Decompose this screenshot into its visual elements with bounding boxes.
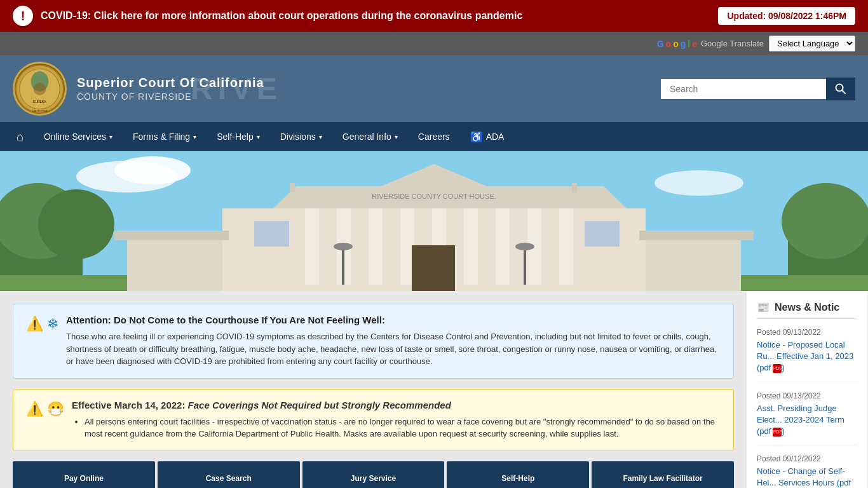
alert-title: Attention: Do Not Come to the Courthouse…: [66, 315, 721, 325]
nav-item-careers[interactable]: Careers: [408, 122, 460, 151]
svg-point-14: [38, 189, 114, 259]
search-icon: [835, 83, 846, 95]
language-select[interactable]: Select Language Spanish Chinese Vietname…: [769, 36, 855, 51]
news-date-2: Posted 09/12/2022: [757, 454, 857, 463]
search-button[interactable]: [826, 78, 855, 100]
svg-rect-34: [290, 183, 295, 193]
nav-item-self-help[interactable]: Self-Help ▾: [207, 122, 270, 151]
exclamation-icon: ⚠️: [26, 401, 43, 417]
chevron-down-icon: ▾: [109, 133, 112, 140]
quick-link-case-search[interactable]: Case Search: [158, 461, 300, 489]
alert-content: Attention: Do Not Come to the Courthouse…: [66, 315, 721, 368]
news-sidebar: 📰 News & Notic Posted 09/13/2022 Notice …: [747, 291, 867, 488]
hero-image: RIVERSIDE COUNTY COURT HOUSE.: [0, 151, 868, 291]
svg-point-4: [34, 83, 46, 95]
mask-icon: 😷: [47, 401, 64, 417]
quick-links-row: Pay Online Case Search Jury Service Self…: [13, 461, 734, 489]
court-seal: EUREKA CALIFORNIA: [13, 62, 67, 116]
quick-link-pay-online[interactable]: Pay Online: [13, 461, 155, 489]
nav-home[interactable]: ⌂: [6, 122, 34, 151]
svg-rect-39: [639, 231, 754, 240]
svg-line-7: [843, 90, 846, 93]
chevron-down-icon: ▾: [319, 133, 322, 140]
svg-rect-32: [585, 221, 620, 247]
svg-rect-37: [114, 231, 229, 240]
nav-item-online-services[interactable]: Online Services ▾: [34, 122, 123, 151]
svg-point-10: [114, 156, 191, 184]
svg-rect-30: [412, 245, 455, 291]
svg-rect-21: [305, 208, 319, 285]
alert-body: Those who are feeling ill or experiencin…: [66, 330, 721, 368]
news-item-1: Posted 09/13/2022 Asst. Presiding Judge …: [757, 391, 857, 446]
chevron-down-icon: ▾: [193, 133, 196, 140]
face-covering-title: Effective March 14, 2022: Face Coverings…: [72, 400, 721, 410]
accessibility-icon: ♿: [470, 131, 483, 143]
face-covering-list: All persons entering court facilities - …: [72, 416, 721, 440]
news-link-0[interactable]: Notice - Proposed Local Ru... Effective …: [757, 340, 853, 372]
virus-icon: ❄: [47, 316, 58, 332]
news-item-0: Posted 09/13/2022 Notice - Proposed Loca…: [757, 328, 857, 383]
svg-point-43: [515, 243, 534, 250]
face-covering-content: Effective March 14, 2022: Face Coverings…: [72, 400, 721, 440]
svg-rect-23: [369, 208, 383, 285]
nav-item-general-info[interactable]: General Info ▾: [332, 122, 408, 151]
nav-item-forms-filing[interactable]: Forms & Filing ▾: [123, 122, 207, 151]
quick-link-family-law[interactable]: Family Law Facilitator: [592, 461, 734, 489]
nav-bar: ⌂ Online Services ▾ Forms & Filing ▾ Sel…: [0, 122, 868, 151]
face-covering-box: ⚠️ 😷 Effective March 14, 2022: Face Cove…: [13, 389, 734, 451]
face-covering-icons: ⚠️ 😷: [26, 401, 64, 417]
header-logo-area: EUREKA CALIFORNIA Superior Court of Cali…: [13, 62, 648, 116]
chevron-down-icon: ▾: [257, 133, 260, 140]
svg-text:RIVERSIDE COUNTY COURT HOUSE.: RIVERSIDE COUNTY COURT HOUSE.: [372, 193, 496, 200]
svg-rect-36: [127, 234, 222, 291]
chevron-down-icon: ▾: [395, 133, 398, 140]
covid-alert-box: ⚠️ ❄ Attention: Do Not Come to the Court…: [13, 304, 734, 379]
sidebar-title: 📰 News & Notic: [757, 301, 857, 319]
pdf-icon: PDF: [773, 364, 782, 373]
top-bar: Google Google Translate Select Language …: [0, 32, 868, 55]
svg-point-41: [334, 243, 353, 250]
covid-banner-text: COVID-19: Click here for more informatio…: [41, 10, 710, 22]
google-translate-label: Google Translate: [701, 39, 764, 48]
google-translate-widget: Google Google Translate: [657, 39, 764, 49]
pdf-icon: PDF: [773, 428, 782, 437]
warning-icon: !: [13, 6, 33, 26]
news-item-2: Posted 09/12/2022 Notice - Change of Sel…: [757, 454, 857, 488]
alert-icons: ⚠️ ❄: [26, 316, 58, 332]
face-covering-bullet: All persons entering court facilities - …: [85, 416, 721, 440]
news-date-1: Posted 09/13/2022: [757, 391, 857, 400]
news-link-2[interactable]: Notice - Change of Self-Hel... Services …: [757, 466, 851, 488]
quick-link-jury-service[interactable]: Jury Service: [302, 461, 445, 489]
quick-link-self-help[interactable]: Self-Help: [447, 461, 589, 489]
svg-rect-38: [646, 234, 741, 291]
svg-rect-29: [559, 208, 573, 285]
newspaper-icon: 📰: [757, 301, 770, 313]
main-content: ⚠️ ❄ Attention: Do Not Come to the Court…: [0, 291, 868, 488]
news-link-1[interactable]: Asst. Presiding Judge Elect... 2023-2024…: [757, 403, 844, 436]
header-watermark: RIVERSIDE COUNTY CO: [191, 55, 283, 122]
news-date-0: Posted 09/13/2022: [757, 328, 857, 337]
svg-text:EUREKA: EUREKA: [33, 100, 46, 103]
covid-banner[interactable]: ! COVID-19: Click here for more informat…: [0, 0, 868, 32]
svg-rect-26: [464, 208, 478, 285]
search-input[interactable]: [661, 79, 826, 99]
svg-rect-27: [496, 208, 510, 285]
nav-item-ada[interactable]: ♿ ADA: [460, 122, 515, 151]
nav-item-divisions[interactable]: Divisions ▾: [270, 122, 332, 151]
courthouse-illustration: RIVERSIDE COUNTY COURT HOUSE.: [0, 151, 868, 291]
svg-point-16: [782, 183, 868, 259]
svg-rect-31: [254, 221, 289, 247]
triangle-warning-icon: ⚠️: [26, 316, 43, 332]
google-translate-logo: Google: [657, 39, 697, 49]
updated-badge: Updated: 09/08/2022 1:46PM: [718, 7, 855, 25]
svg-text:CALIFORNIA: CALIFORNIA: [32, 109, 48, 112]
header: EUREKA CALIFORNIA Superior Court of Cali…: [0, 55, 868, 122]
search-area: [661, 78, 855, 100]
content-area: ⚠️ ❄ Attention: Do Not Come to the Court…: [0, 291, 747, 488]
svg-rect-35: [572, 183, 577, 193]
svg-point-11: [654, 170, 743, 196]
